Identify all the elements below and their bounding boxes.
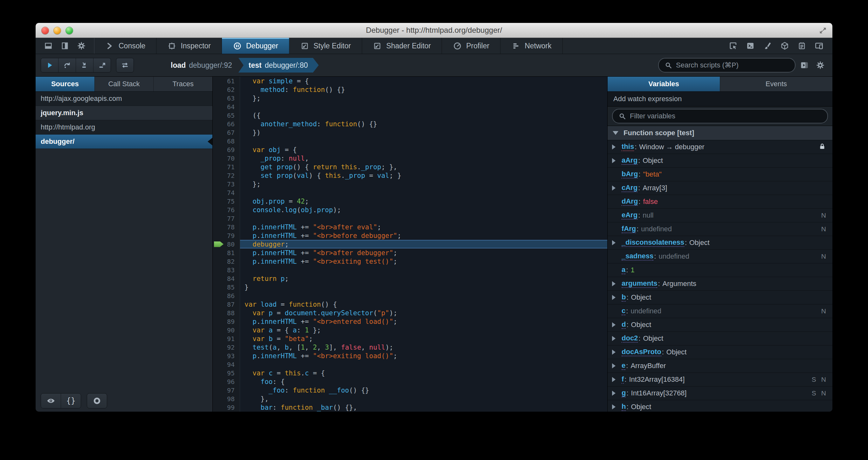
code-text[interactable] [240,360,607,369]
pretty-print-button[interactable]: {} [61,394,81,408]
tab-profiler[interactable]: Profiler [442,38,500,54]
code-line-81[interactable]: 81 p.innerHTML += "<br>after debugger"; [213,249,607,257]
code-text[interactable]: method: function() {} [240,85,607,94]
code-line-62[interactable]: 62 method: function() {} [213,85,607,94]
code-line-80[interactable]: 80 debugger; [213,240,607,249]
code-text[interactable]: }; [240,180,607,188]
responsive-mode-button[interactable] [812,39,826,52]
source-item-debugger-[interactable]: debugger/ [36,135,212,149]
code-line-84[interactable]: 84 return p; [213,274,607,283]
code-text[interactable]: p.innerHTML += "<br>after debugger"; [240,249,607,257]
code-line-98[interactable]: 98 }, [213,395,607,403]
tab-shader-editor[interactable]: Shader Editor [362,38,442,54]
gutter-line-97[interactable]: 97 [213,386,240,395]
code-line-64[interactable]: 64 [213,103,607,111]
gutter-line-77[interactable]: 77 [213,214,240,223]
step-out-button[interactable] [93,58,111,72]
code-text[interactable]: var p = document.querySelector("p"); [240,309,607,317]
variable-row-h[interactable]: h:Object [608,400,832,412]
code-line-67[interactable]: 67 }) [213,128,607,137]
code-text[interactable]: var simple = { [240,77,607,85]
code-text[interactable]: another_method: function() {} [240,120,607,128]
code-text[interactable]: var a = { a: 1 }; [240,326,607,334]
code-text[interactable]: console.log(obj.prop); [240,205,607,214]
variable-row-eArg[interactable]: eArg:nullN [608,209,832,222]
gutter-line-91[interactable]: 91 [213,334,240,343]
code-line-89[interactable]: 89 p.innerHTML += "<br>entered load()"; [213,317,607,326]
resume-button[interactable] [41,58,59,72]
variable-row-arguments[interactable]: arguments:Arguments [608,277,832,291]
code-line-76[interactable]: 76 console.log(obj.prop); [213,205,607,214]
gutter-line-67[interactable]: 67 [213,128,240,137]
gutter-line-84[interactable]: 84 [213,274,240,283]
variable-row-f[interactable]: f:Int32Array[16384]SN [608,373,832,386]
tab-console[interactable]: Console [94,38,156,54]
code-line-77[interactable]: 77 [213,214,607,223]
code-line-66[interactable]: 66 another_method: function() {} [213,120,607,128]
expand-arrow-icon[interactable] [612,322,622,327]
code-text[interactable]: p.innerHTML += "<br>before debugger"; [240,231,607,240]
search-scripts-input[interactable]: Search scripts (⌘P) [658,58,796,73]
zoom-button[interactable] [65,27,73,34]
pick-element-button[interactable] [726,39,740,52]
gutter-line-90[interactable]: 90 [213,326,240,334]
gutter-line-75[interactable]: 75 [213,197,240,205]
code-text[interactable]: return p; [240,274,607,283]
variable-row-docAsProto[interactable]: docAsProto:Object [608,345,832,359]
gutter-line-74[interactable]: 74 [213,188,240,197]
variable-row-cArg[interactable]: cArg:Array[3] [608,181,832,195]
variable-row-_sadness[interactable]: _sadness:undefinedN [608,250,832,263]
debugger-options-button[interactable] [813,59,827,71]
tab-inspector[interactable]: Inspector [156,38,222,54]
code-line-61[interactable]: 61 var simple = { [213,77,607,85]
code-text[interactable] [240,214,607,223]
source-item-jquery.min.js[interactable]: jquery.min.js [36,106,212,120]
variable-row-e[interactable]: e:ArrayBuffer [608,359,832,373]
minimize-button[interactable] [54,27,61,34]
variable-row-dArg[interactable]: dArg:false [608,195,832,209]
gutter-line-63[interactable]: 63 [213,94,240,103]
gutter-line-89[interactable]: 89 [213,317,240,326]
gutter-line-82[interactable]: 82 [213,257,240,266]
code-text[interactable]: _foo: function __foo() {} [240,386,607,395]
expand-arrow-icon[interactable] [612,158,622,163]
gutter-line-64[interactable]: 64 [213,103,240,111]
code-line-87[interactable]: 87var load = function() { [213,300,607,309]
expand-arrow-icon[interactable] [612,336,622,341]
gutter-line-98[interactable]: 98 [213,395,240,403]
gutter-line-71[interactable]: 71 [213,163,240,171]
code-text[interactable]: var obj = { [240,145,607,154]
titlebar[interactable]: Debugger - http://htmlpad.org/debugger/ [36,23,832,38]
code-text[interactable]: p.innerHTML += "<br>entered load()"; [240,317,607,326]
expand-arrow-icon[interactable] [612,295,622,300]
code-text[interactable]: var b = "beta"; [240,334,607,343]
toggle-panels-button[interactable] [798,59,811,71]
gutter-line-69[interactable]: 69 [213,145,240,154]
expand-arrow-icon[interactable] [612,281,622,286]
expand-arrow-icon[interactable] [612,404,622,409]
code-text[interactable]: p.innerHTML += "<br>after eval"; [240,223,607,231]
variable-row-aArg[interactable]: aArg:Object [608,154,832,168]
expand-arrow-icon[interactable] [612,363,622,368]
sources-tab-sources[interactable]: Sources [36,77,94,91]
add-watch-expression[interactable]: Add watch expression [608,92,832,107]
sources-tab-traces[interactable]: Traces [153,77,212,91]
gutter-line-95[interactable]: 95 [213,369,240,377]
code-line-88[interactable]: 88 var p = document.querySelector("p"); [213,309,607,317]
code-text[interactable]: test(a, b, [1, 2, 3], false, null); [240,343,607,351]
variable-row-_disconsolateness[interactable]: _disconsolateness:Object [608,236,832,250]
variable-row-b[interactable]: b:Object [608,291,832,305]
dock-side-button[interactable] [58,39,72,52]
code-text[interactable] [240,291,607,300]
code-line-71[interactable]: 71 get prop() { return this._prop; }, [213,163,607,171]
code-line-69[interactable]: 69 var obj = { [213,145,607,154]
sources-tab-call-stack[interactable]: Call Stack [94,77,154,91]
scratchpad-button[interactable] [795,39,809,52]
gutter-line-79[interactable]: 79 [213,231,240,240]
variable-row-bArg[interactable]: bArg:"beta" [608,168,832,181]
variables-tab-events[interactable]: Events [720,77,832,91]
code-text[interactable]: var c = this.c = { [240,369,607,377]
code-line-94[interactable]: 94 [213,360,607,369]
code-line-82[interactable]: 82 p.innerHTML += "<br>exiting test()"; [213,257,607,266]
code-text[interactable]: p.innerHTML += "<br>exiting test()"; [240,257,607,266]
